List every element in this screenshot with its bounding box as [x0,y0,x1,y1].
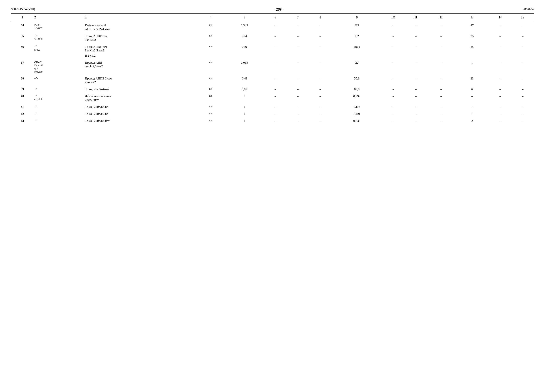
row-cell-8: – [309,111,331,116]
row-cell-9: 55,3 [331,76,382,85]
row-cell-5: 0,4I [225,76,264,85]
row-cell-11: – [405,44,427,53]
row-spacer [11,109,534,111]
row-cell-9: 83,9 [331,87,382,92]
row-cell-11: – [405,87,427,92]
row-number: 39 [11,87,34,92]
row-desc: Провод АППВС сеч. 2x4 мм2 [84,76,197,85]
table-row: 40–"– стр.I9IЛампа накаливания 220в, 60в… [11,94,534,103]
row-cell-10: – [382,111,405,116]
row-cell-11: – [405,104,427,109]
row-cell-14: – [489,23,511,32]
row-unit: шт [197,104,225,109]
row-cell-12: – [427,118,455,124]
col-header-5: 5 [225,14,264,21]
row-cell-14: – [489,118,511,124]
row-cell-13: – [455,104,489,109]
row-ref: –"– к=I,2 [34,44,84,53]
row-number: 38 [11,76,34,85]
row-ref: I5-09 т.3-037 [34,23,84,32]
row-number: 4I [11,104,34,109]
row-cell-13: – [455,94,489,103]
row-ref: –"– [34,111,84,116]
row-cell-9: I35 [331,23,382,32]
row-cell-15: – [511,111,534,116]
row-cell-7: – [287,111,309,116]
row-cell-9: 0,536 [331,118,382,124]
row-cell-14: – [489,94,511,103]
row-cell-7: – [287,87,309,92]
row-unit: шт [197,118,225,124]
row-unit: шт [197,94,225,103]
row-desc: То же, 220в,I50вт [84,111,197,116]
page-header: 9OI-9-15.84 (VIII) - 209 - 20/20-06 [11,7,534,12]
row-cell-10: – [382,104,405,109]
row-cell-14: – [489,111,511,116]
row-cell-12: – [427,60,455,74]
row-cell-9: 0,I08 [331,104,382,109]
row-cell-6: – [264,44,287,53]
row-cell-7: – [287,60,309,74]
row-spacer [11,103,534,104]
table-row: 39–"–То же, сеч.3x4мм2км0,07–––83,9–––6–… [11,87,534,92]
row-cell-6: – [264,94,287,103]
table-row: 34I5-09 т.3-037Кабель силовой АПВГ сеч.2… [11,23,534,32]
header-left: 9OI-9-15.84 (VIII) [11,7,35,11]
row-cell-11: – [405,111,427,116]
row-cell-7: – [287,104,309,109]
table-row: 38–"–Провод АППВС сеч. 2x4 мм2км0,4I–––5… [11,76,534,85]
row-cell-6: – [264,118,287,124]
row-cell-15: – [511,87,534,92]
row-cell-14: – [489,60,511,74]
row-desc: То же,АПВГ сеч. 3x4 мм2 [84,34,197,42]
row-cell-13: 23 [455,76,489,85]
row-number: 34 [11,23,34,32]
column-header-row: I 2 3 4 5 6 7 8 9 IO II I2 I3 I4 I5 [11,14,534,21]
row-number: 37 [11,60,34,74]
row-cell-6: – [264,111,287,116]
row-ref: –"– [34,87,84,92]
col-header-3: 3 [84,14,197,21]
row-cell-6: – [264,104,287,109]
col-header-12: I2 [427,14,455,21]
row-spacer [11,92,534,94]
row-cell-10: – [382,118,405,124]
row-cell-14: – [489,87,511,92]
row-ref: –"– [34,118,84,124]
row-cell-6: – [264,87,287,92]
row-unit: км [197,34,225,42]
row-cell-15: – [511,76,534,85]
row-cell-12: – [427,76,455,85]
row-number: 43 [11,118,34,124]
row-cell-15: – [511,23,534,32]
row-cell-5: 4 [225,118,264,124]
col-header-11: II [405,14,427,21]
row-cell-14: – [489,76,511,85]
row-cell-12: – [427,87,455,92]
row-cell-10: – [382,44,405,53]
row-number: 40 [11,94,34,103]
row-ref: –"– [34,104,84,109]
row-cell-10: – [382,60,405,74]
row-cell-5: 0,07 [225,87,264,92]
row-unit: км [197,87,225,92]
row-cell-5: 0,I4 [225,34,264,42]
row-number: 36 [11,44,34,53]
row-cell-10: – [382,23,405,32]
row-cell-11: – [405,60,427,74]
row-ref: –"– т.3-038 [34,34,84,42]
row-ref: СНиП IУ-4-82 ч.У стр.I50 [34,60,84,74]
row-desc: Провод АПВ сеч.Ix2,5 мм2 [84,60,197,74]
row-cell-6: – [264,34,287,42]
row-cell-9: I82 [331,34,382,42]
row-cell-11: – [405,94,427,103]
row-cell-8: – [309,60,331,74]
row-cell-14: – [489,44,511,53]
row-cell-10: – [382,94,405,103]
row-cell-7: – [287,94,309,103]
row-spacer [11,74,534,76]
row-spacer [11,21,534,23]
row-desc: Лампа накаливания 220в, 60вт [84,94,197,103]
row-cell-7: – [287,44,309,53]
row-cell-9: 22 [331,60,382,74]
